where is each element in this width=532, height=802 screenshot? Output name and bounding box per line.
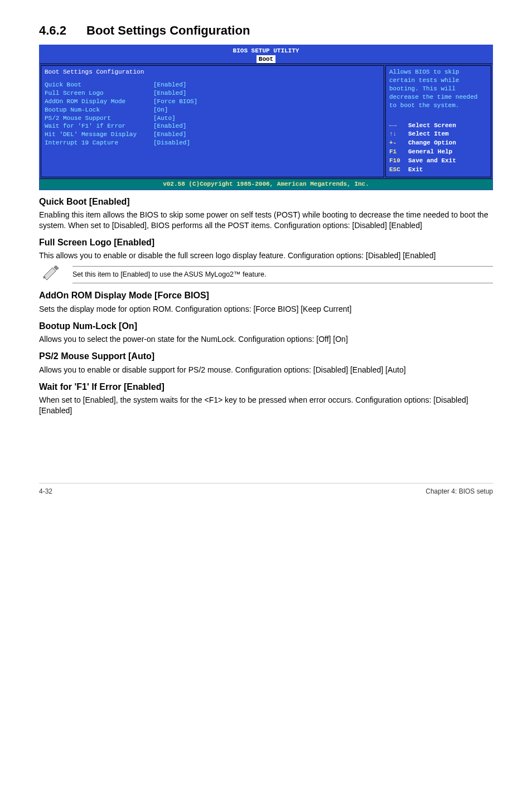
full-screen-logo-body: This allows you to enable or disable the… [39, 250, 493, 261]
bios-row-label: Hit 'DEL' Message Display [45, 131, 153, 139]
bios-help-key-symbol: +- [389, 139, 408, 147]
chapter-label: Chapter 4: BIOS setup [425, 487, 493, 496]
bios-row-label: Wait for 'F1' if Error [45, 122, 153, 131]
bios-row-label: Interrupt 19 Capture [45, 139, 153, 147]
bios-row-value: [Disabled] [153, 139, 190, 147]
bios-row-label: Full Screen Logo [45, 89, 153, 98]
bios-help-key-symbol: F10 [389, 157, 408, 165]
bootup-numlock-body: Allows you to select the power-on state … [39, 334, 493, 345]
bios-row-label: AddOn ROM Display Mode [45, 98, 153, 106]
addon-rom-heading: AddOn ROM Display Mode [Force BIOS] [39, 289, 493, 302]
bios-row-value: [Enabled] [153, 89, 186, 98]
bios-row-label: PS/2 Mouse Support [45, 114, 153, 123]
bios-screenshot: BIOS SETUP UTILITY Boot Boot Settings Co… [39, 45, 493, 190]
bios-tab-boot: Boot [257, 55, 275, 64]
wait-f1-body: When set to [Enabled], the system waits … [39, 395, 493, 416]
quick-boot-body: Enabling this item allows the BIOS to sk… [39, 210, 493, 231]
section-heading: 4.6.2 Boot Settings Configuration [39, 22, 493, 39]
bios-row-value: [Enabled] [153, 131, 186, 139]
page-footer: 4-32 Chapter 4: BIOS setup [39, 483, 493, 496]
bios-help-keys: ←→Select Screen↑↓Select Item+-Change Opt… [389, 121, 487, 175]
bios-left-title: Boot Settings Configuration [45, 68, 380, 76]
bios-right-panel: Allows BIOS to skip certain tests while … [385, 65, 491, 177]
bios-row: Hit 'DEL' Message Display[Enabled] [45, 131, 380, 139]
wait-f1-heading: Wait for 'F1' If Error [Enabled] [39, 381, 493, 393]
quick-boot-heading: Quick Boot [Enabled] [39, 196, 493, 208]
bios-row-value: [Enabled] [153, 122, 186, 131]
ps2-mouse-heading: PS/2 Mouse Support [Auto] [39, 350, 493, 363]
bios-help-key-text: Select Screen [408, 122, 456, 130]
bios-left-panel: Boot Settings Configuration Quick Boot[E… [41, 65, 384, 177]
full-screen-logo-heading: Full Screen Logo [Enabled] [39, 236, 493, 249]
bios-help-key-line: F10Save and Exit [389, 157, 487, 165]
bios-row: Bootup Num-Lock[On] [45, 106, 380, 114]
note-row: Set this item to [Enabled] to use the AS… [39, 265, 493, 284]
bios-row-label: Quick Boot [45, 81, 153, 89]
bios-header: BIOS SETUP UTILITY Boot [40, 45, 492, 64]
page-number: 4-32 [39, 487, 52, 496]
bios-help-key-line: ESCExit [389, 166, 487, 174]
section-title-text: Boot Settings Configuration [86, 23, 250, 37]
bios-help-key-text: Save and Exit [408, 157, 456, 165]
bios-row: AddOn ROM Display Mode[Force BIOS] [45, 98, 380, 106]
bios-help-key-text: Select Item [408, 130, 449, 138]
bios-help-key-text: Exit [408, 166, 423, 174]
note-text: Set this item to [Enabled] to use the AS… [72, 266, 493, 283]
bios-help-key-text: General Help [408, 148, 452, 156]
addon-rom-body: Sets the display mode for option ROM. Co… [39, 304, 493, 315]
bios-rows: Quick Boot[Enabled]Full Screen Logo[Enab… [45, 81, 380, 147]
bios-help-key-symbol: ↑↓ [389, 130, 408, 138]
bios-row: Interrupt 19 Capture[Disabled] [45, 139, 380, 147]
bios-help-key-text: Change Option [408, 139, 456, 147]
bios-header-title: BIOS SETUP UTILITY [40, 47, 492, 55]
bios-help-key-symbol: ESC [389, 166, 408, 174]
bios-row-value: [Force BIOS] [153, 98, 197, 106]
bios-help-key-symbol: F1 [389, 148, 408, 156]
bios-row-value: [On] [153, 106, 168, 114]
section-number: 4.6.2 [39, 22, 66, 39]
bios-help-key-line: ←→Select Screen [389, 122, 487, 130]
bios-help-key-line: ↑↓Select Item [389, 130, 487, 138]
bios-row-label: Bootup Num-Lock [45, 106, 153, 114]
bios-row: Quick Boot[Enabled] [45, 81, 380, 89]
bios-row: Full Screen Logo[Enabled] [45, 89, 380, 98]
bios-help-key-line: F1General Help [389, 148, 487, 156]
pencil-note-icon [39, 265, 72, 284]
bios-footer: v02.58 (C)Copyright 1985-2006, American … [40, 179, 492, 190]
ps2-mouse-body: Allows you to enable or disable support … [39, 365, 493, 375]
bios-help-key-symbol: ←→ [389, 122, 408, 130]
bios-row-value: [Auto] [153, 114, 176, 123]
bootup-numlock-heading: Bootup Num-Lock [On] [39, 320, 493, 332]
bios-help-text: Allows BIOS to skip certain tests while … [389, 68, 487, 109]
bios-help-key-line: +-Change Option [389, 139, 487, 147]
bios-row: PS/2 Mouse Support[Auto] [45, 114, 380, 123]
bios-row: Wait for 'F1' if Error[Enabled] [45, 122, 380, 131]
bios-row-value: [Enabled] [153, 81, 186, 89]
